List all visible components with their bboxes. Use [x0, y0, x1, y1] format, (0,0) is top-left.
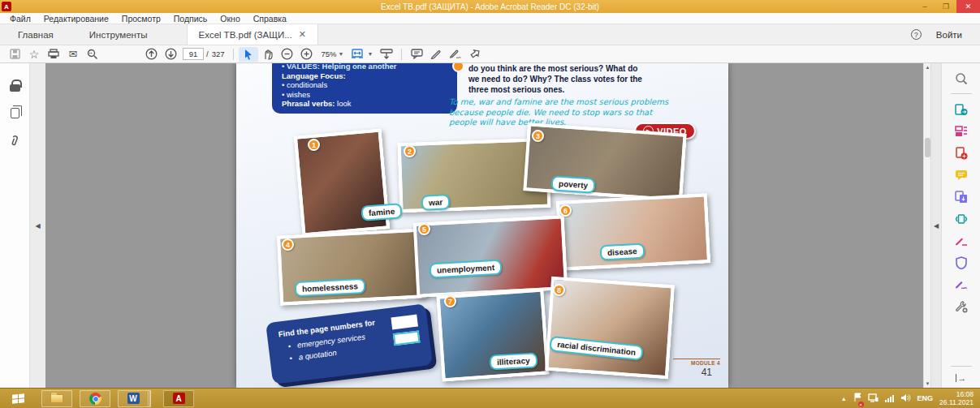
minimize-button[interactable]: – — [914, 0, 935, 13]
scroll-down-icon[interactable]: ▼ — [924, 381, 931, 386]
tab-close-icon[interactable]: ✕ — [299, 29, 306, 40]
scrollbar-thumb[interactable] — [925, 138, 930, 157]
zoom-in-icon[interactable] — [297, 47, 317, 62]
photo-number-badge: 7 — [444, 295, 456, 307]
word-icon: W — [127, 393, 140, 404]
zoom-caret-icon[interactable]: ▼ — [339, 51, 344, 57]
document-area: • VALUES: Helping one another Language F… — [45, 63, 923, 388]
expand-tools-panel-icon[interactable]: ◀ — [934, 222, 939, 230]
zoom-out-icon[interactable] — [278, 47, 297, 62]
left-rail — [0, 63, 30, 388]
tray-time: 16:08 — [939, 390, 974, 398]
clock[interactable]: 16:08 26.11.2021 — [939, 390, 974, 406]
network-icon[interactable] — [885, 395, 894, 402]
search-tools-icon[interactable] — [952, 70, 970, 88]
photo-number-badge: 5 — [418, 223, 430, 235]
help-icon[interactable]: ? — [911, 29, 922, 40]
module-label: MODULE 4 — [673, 360, 720, 366]
close-button[interactable]: ✕ — [956, 0, 980, 13]
fill-and-sign-icon[interactable] — [952, 276, 970, 294]
taskbar: W A ▲ ✕ ENG 16:08 26.11.2021 — [0, 388, 980, 408]
save-icon[interactable] — [5, 47, 24, 62]
tab-tools[interactable]: Инструменты — [71, 24, 166, 45]
page-number: 41 — [673, 367, 712, 378]
edit-pdf-icon[interactable] — [952, 122, 970, 140]
page-count: 327 — [212, 49, 225, 58]
panel-splitter: ◀ — [930, 63, 941, 388]
main-area: ◀ • VALUES: Helping one another Language… — [0, 63, 980, 388]
email-icon[interactable]: ✉ — [63, 47, 83, 62]
word-button[interactable]: W — [118, 390, 149, 407]
find-page-numbers-box: Find the page numbers for emergency serv… — [266, 303, 433, 384]
sign-in-button[interactable]: Войти — [936, 30, 962, 40]
comment-icon[interactable] — [952, 166, 970, 184]
language-indicator[interactable]: ENG — [917, 394, 934, 402]
page-up-icon[interactable] — [141, 47, 161, 62]
device-icon[interactable] — [868, 391, 879, 406]
photo-poverty — [523, 122, 686, 201]
photo-number-badge: 8 — [553, 284, 565, 296]
menu-help[interactable]: Справка — [253, 14, 287, 24]
attachment-icon[interactable] — [9, 135, 20, 150]
show-hidden-icons[interactable]: ▲ — [841, 396, 847, 402]
photo-label: famine — [360, 203, 402, 221]
collapse-left-panel-icon[interactable]: ◀ — [35, 222, 40, 230]
photo-number-badge: 2 — [404, 145, 416, 157]
acrobat-button[interactable]: A — [163, 390, 194, 407]
hand-tool-icon[interactable] — [258, 47, 278, 62]
restore-button[interactable]: ❐ — [935, 0, 956, 13]
star-icon[interactable]: ☆ — [24, 47, 44, 62]
fit-caret-icon[interactable]: ▼ — [367, 51, 373, 57]
action-center-flag-icon[interactable]: ✕ — [853, 391, 861, 406]
scroll-up-icon[interactable]: ▲ — [924, 65, 931, 70]
collapse-panel-icon[interactable]: → — [956, 373, 967, 383]
search-icon[interactable] — [83, 47, 102, 62]
tab-document[interactable]: Excel TB.pdf (ЗАЩИ... ✕ — [187, 24, 318, 45]
comment-tool-icon[interactable] — [407, 47, 426, 62]
create-pdf-icon[interactable] — [952, 144, 970, 162]
menu-window[interactable]: Окно — [220, 14, 240, 24]
redact-icon[interactable] — [952, 232, 970, 250]
select-tool-icon[interactable] — [239, 47, 258, 62]
phrasal-verbs-label: Phrasal verbs: — [282, 99, 335, 108]
tools-panel: → — [941, 63, 980, 388]
fit-page-icon[interactable] — [348, 47, 367, 62]
photo-disease — [556, 193, 710, 271]
zoom-level[interactable]: 75% — [322, 49, 337, 58]
page-down-icon[interactable] — [161, 47, 180, 62]
acrobat-icon: A — [173, 393, 185, 404]
highlight-tool-icon[interactable] — [426, 47, 446, 62]
start-icon — [12, 393, 24, 404]
print-icon[interactable] — [44, 47, 63, 62]
language-focus-title: Language Focus: — [282, 71, 346, 80]
page-number-input[interactable] — [183, 48, 204, 60]
compress-pdf-icon[interactable] — [952, 210, 970, 228]
vertical-scrollbar[interactable]: ▲ ▼ — [923, 63, 930, 388]
tab-home[interactable]: Главная — [0, 24, 71, 45]
volume-icon[interactable] — [900, 391, 911, 406]
fill-sign-tool-icon[interactable] — [465, 47, 485, 62]
page-footer: MODULE 4 41 — [673, 359, 720, 378]
left-collapse-strip: ◀ — [30, 63, 45, 388]
page-copy-icon[interactable] — [11, 108, 19, 118]
menu-edit[interactable]: Редактирование — [44, 14, 109, 24]
lock-icon[interactable] — [10, 79, 20, 92]
module-info-box: • VALUES: Helping one another Language F… — [272, 63, 457, 114]
menu-view[interactable]: Просмотр — [122, 14, 161, 24]
sign-tool-icon[interactable] — [446, 47, 465, 62]
chrome-button[interactable] — [80, 390, 110, 407]
start-button[interactable] — [2, 389, 34, 408]
menu-bar: Файл Редактирование Просмотр Подпись Окн… — [0, 13, 980, 24]
combine-files-icon[interactable] — [952, 188, 970, 206]
file-explorer-button[interactable] — [41, 390, 72, 407]
menu-sign[interactable]: Подпись — [174, 14, 208, 24]
photo-label: poverty — [550, 175, 595, 194]
photo-label: war — [421, 194, 451, 211]
export-pdf-icon[interactable] — [952, 101, 970, 118]
presentation-icon[interactable] — [377, 47, 396, 62]
more-tools-icon[interactable] — [952, 298, 970, 316]
menu-file[interactable]: Файл — [10, 14, 31, 24]
protect-icon[interactable] — [952, 254, 970, 272]
photo-number-badge: 3 — [532, 130, 544, 142]
sample-answer-text: To me, war and famine are the most serio… — [449, 97, 668, 128]
